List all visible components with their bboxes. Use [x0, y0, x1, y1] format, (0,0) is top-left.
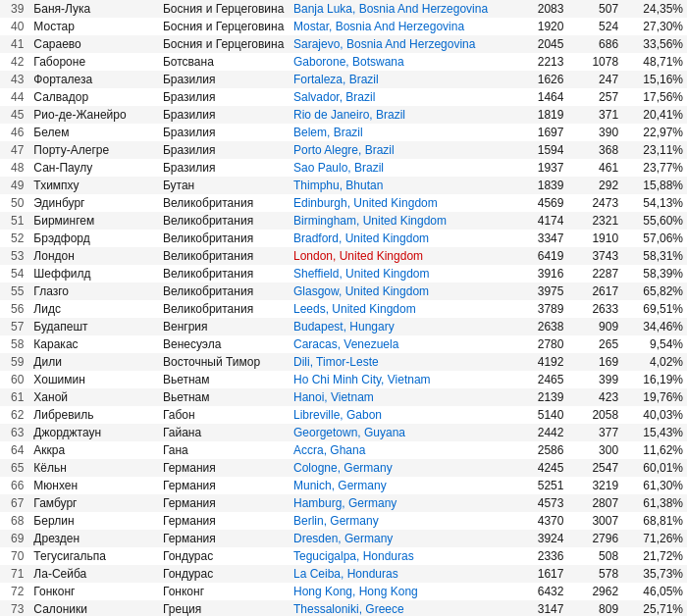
table-row[interactable]: 73 Салоники Греция Thessaloniki, Greece …	[0, 600, 687, 616]
table-row[interactable]: 53 Лондон Великобритания London, United …	[0, 247, 687, 265]
table-row[interactable]: 62 Либревиль Габон Libreville, Gabon 514…	[0, 406, 687, 424]
city-name-ru: Дрезден	[29, 530, 159, 547]
table-row[interactable]: 68 Берлин Германия Berlin, Germany 4370 …	[0, 512, 687, 530]
table-row[interactable]: 56 Лидс Великобритания Leeds, United Kin…	[0, 300, 687, 318]
table-row[interactable]: 57 Будапешт Венгрия Budapest, Hungary 26…	[0, 318, 687, 335]
city-name-ru: Шеффилд	[29, 265, 159, 282]
table-row[interactable]: 45 Рио-де-Жанейро Бразилия Rio de Janeir…	[0, 106, 687, 124]
table-row[interactable]: 71 Ла-Сейба Гондурас La Ceiba, Honduras …	[0, 565, 687, 583]
table-row[interactable]: 40 Мостар Босния и Герцеговина Mostar, B…	[0, 18, 687, 35]
city-name-ru: Тхимпху	[29, 177, 159, 194]
row-num: 62	[0, 406, 29, 424]
percentage: 15,16%	[622, 71, 687, 88]
value1: 2465	[508, 371, 568, 388]
table-row[interactable]: 58 Каракас Венесуэла Caracas, Venezuela …	[0, 335, 687, 353]
city-name-ru: Брэдфорд	[29, 230, 159, 247]
table-row[interactable]: 63 Джорджтаун Гайана Georgetown, Guyana …	[0, 424, 687, 441]
percentage: 65,82%	[622, 282, 687, 300]
table-row[interactable]: 64 Аккра Гана Accra, Ghana 2586 300 11,6…	[0, 441, 687, 459]
city-country-en: Georgetown, Guyana	[290, 424, 508, 441]
city-name-ru: Форталеза	[29, 71, 159, 88]
country-name-ru: Гонконг	[159, 583, 290, 600]
table-row[interactable]: 49 Тхимпху Бутан Thimphu, Bhutan 1839 29…	[0, 177, 687, 194]
table-row[interactable]: 54 Шеффилд Великобритания Sheffield, Uni…	[0, 265, 687, 282]
table-row[interactable]: 51 Бирмингем Великобритания Birmingham, …	[0, 212, 687, 230]
row-num: 43	[0, 71, 29, 88]
value1: 1464	[508, 88, 568, 106]
value1: 3975	[508, 282, 568, 300]
country-name-ru: Германия	[159, 477, 290, 494]
value2: 3743	[567, 247, 622, 265]
country-name-ru: Греция	[159, 600, 290, 616]
city-name-ru: Аккра	[29, 441, 159, 459]
percentage: 55,60%	[622, 212, 687, 230]
percentage: 61,38%	[622, 494, 687, 512]
table-row[interactable]: 61 Ханой Вьетнам Hanoi, Vietnam 2139 423…	[0, 388, 687, 406]
table-row[interactable]: 69 Дрезден Германия Dresden, Germany 392…	[0, 530, 687, 547]
city-country-en: Munich, Germany	[290, 477, 508, 494]
percentage: 15,88%	[622, 177, 687, 194]
table-row[interactable]: 52 Брэдфорд Великобритания Bradford, Uni…	[0, 230, 687, 247]
row-num: 67	[0, 494, 29, 512]
percentage: 4,02%	[622, 353, 687, 371]
country-name-ru: Великобритания	[159, 212, 290, 230]
table-row[interactable]: 43 Форталеза Бразилия Fortaleza, Brazil …	[0, 71, 687, 88]
value1: 1937	[508, 159, 568, 177]
table-row[interactable]: 65 Кёльн Германия Cologne, Germany 4245 …	[0, 459, 687, 477]
table-row[interactable]: 59 Дили Восточный Тимор Dili, Timor-Lest…	[0, 353, 687, 371]
city-country-en: Rio de Janeiro, Brazil	[290, 106, 508, 124]
table-row[interactable]: 60 Хошимин Вьетнам Ho Chi Minh City, Vie…	[0, 371, 687, 388]
value2: 247	[567, 71, 622, 88]
value2: 399	[567, 371, 622, 388]
country-name-ru: Германия	[159, 530, 290, 547]
value2: 686	[567, 35, 622, 53]
table-row[interactable]: 72 Гонконг Гонконг Hong Kong, Hong Kong …	[0, 583, 687, 600]
table-row[interactable]: 47 Порту-Алегре Бразилия Porto Alegre, B…	[0, 141, 687, 159]
percentage: 21,72%	[622, 547, 687, 565]
country-name-ru: Гондурас	[159, 565, 290, 583]
city-name-ru: Лондон	[29, 247, 159, 265]
row-num: 42	[0, 53, 29, 71]
value2: 524	[567, 18, 622, 35]
value1: 2213	[508, 53, 568, 71]
value2: 300	[567, 441, 622, 459]
table-row[interactable]: 42 Габороне Ботсвана Gaborone, Botswana …	[0, 53, 687, 71]
country-name-ru: Бразилия	[159, 71, 290, 88]
city-country-en: Hanoi, Vietnam	[290, 388, 508, 406]
city-country-en: Thimphu, Bhutan	[290, 177, 508, 194]
table-row[interactable]: 48 Сан-Паулу Бразилия Sao Paulo, Brazil …	[0, 159, 687, 177]
percentage: 68,81%	[622, 512, 687, 530]
table-row[interactable]: 41 Сараево Босния и Герцеговина Sarajevo…	[0, 35, 687, 53]
table-row[interactable]: 70 Тегусигальпа Гондурас Tegucigalpa, Ho…	[0, 547, 687, 565]
value1: 2083	[508, 0, 568, 18]
row-num: 54	[0, 265, 29, 282]
country-name-ru: Германия	[159, 459, 290, 477]
city-country-en: Gaborone, Botswana	[290, 53, 508, 71]
city-name-ru: Ла-Сейба	[29, 565, 159, 583]
city-country-en: Fortaleza, Brazil	[290, 71, 508, 88]
city-country-en: Cologne, Germany	[290, 459, 508, 477]
table-row[interactable]: 39 Баня-Лука Босния и Герцеговина Banja …	[0, 0, 687, 18]
city-country-en: Ho Chi Minh City, Vietnam	[290, 371, 508, 388]
table-row[interactable]: 46 Белем Бразилия Belem, Brazil 1697 390…	[0, 124, 687, 141]
percentage: 16,19%	[622, 371, 687, 388]
country-name-ru: Бразилия	[159, 124, 290, 141]
table-row[interactable]: 66 Мюнхен Германия Munich, Germany 5251 …	[0, 477, 687, 494]
city-name-ru: Каракас	[29, 335, 159, 353]
percentage: 27,30%	[622, 18, 687, 35]
row-num: 55	[0, 282, 29, 300]
value1: 6432	[508, 583, 568, 600]
city-name-ru: Рио-де-Жанейро	[29, 106, 159, 124]
table-row[interactable]: 67 Гамбург Германия Hamburg, Germany 457…	[0, 494, 687, 512]
percentage: 15,43%	[622, 424, 687, 441]
row-num: 52	[0, 230, 29, 247]
country-name-ru: Германия	[159, 512, 290, 530]
table-row[interactable]: 50 Эдинбург Великобритания Edinburgh, Un…	[0, 194, 687, 212]
city-country-en: Edinburgh, United Kingdom	[290, 194, 508, 212]
city-name-ru: Белем	[29, 124, 159, 141]
table-row[interactable]: 55 Глазго Великобритания Glasgow, United…	[0, 282, 687, 300]
value1: 5251	[508, 477, 568, 494]
percentage: 23,11%	[622, 141, 687, 159]
value1: 1819	[508, 106, 568, 124]
table-row[interactable]: 44 Салвадор Бразилия Salvador, Brazil 14…	[0, 88, 687, 106]
